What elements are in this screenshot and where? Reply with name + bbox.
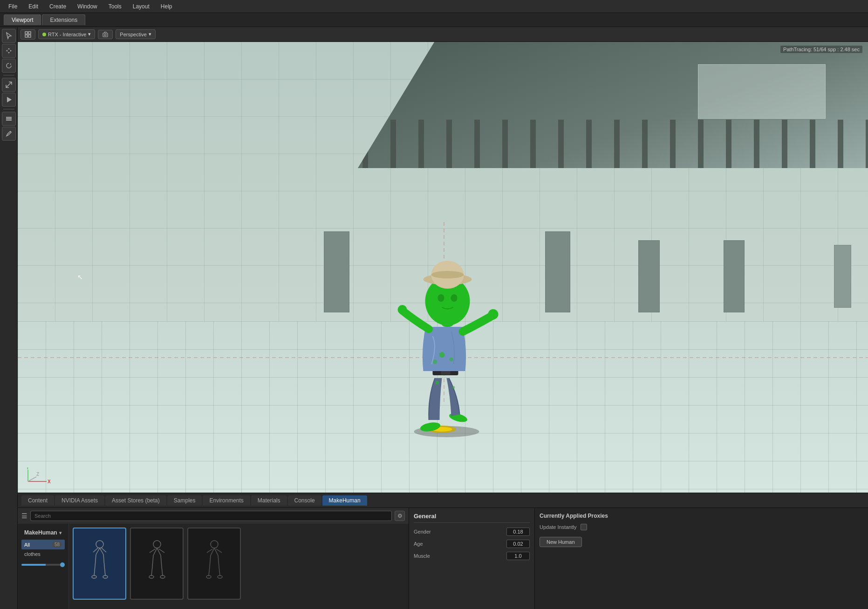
asset-toolbar: ☰ ⚙ xyxy=(18,508,409,524)
right-area: RTX - Interactive ▾ Perspective ▾ xyxy=(18,27,868,609)
tab-console[interactable]: Console xyxy=(288,495,321,506)
tab-viewport[interactable]: Viewport xyxy=(4,14,41,25)
gender-row: Gender 0.18 xyxy=(414,528,530,536)
tab-extensions[interactable]: Extensions xyxy=(42,14,85,25)
svg-line-43 xyxy=(93,548,98,552)
axes-indicator: X Y Z xyxy=(23,467,51,487)
svg-point-28 xyxy=(439,352,444,358)
svg-point-27 xyxy=(431,271,464,278)
svg-line-55 xyxy=(159,549,164,553)
door-3 xyxy=(638,240,660,312)
age-value[interactable]: 0.02 xyxy=(506,540,530,548)
camera-icon-btn[interactable] xyxy=(98,30,113,39)
muscle-value[interactable]: 1.0 xyxy=(506,552,530,560)
svg-text:Y: Y xyxy=(26,467,29,470)
renderer-status-dot xyxy=(42,33,46,36)
svg-line-37 xyxy=(28,477,36,481)
tab-content[interactable]: Content xyxy=(21,495,54,506)
svg-point-20 xyxy=(397,305,407,314)
svg-line-45 xyxy=(95,555,96,566)
svg-line-68 xyxy=(218,555,219,567)
scale-tool-btn[interactable] xyxy=(2,78,16,92)
cursor: ↖ xyxy=(77,273,85,281)
update-instantly-checkbox[interactable] xyxy=(581,524,587,530)
viewport-toolbar: RTX - Interactive ▾ Perspective ▾ xyxy=(18,27,868,42)
svg-rect-7 xyxy=(28,35,31,37)
svg-point-29 xyxy=(449,358,453,361)
svg-point-40 xyxy=(96,541,103,548)
search-input[interactable] xyxy=(30,511,392,521)
dropdown-arrow[interactable]: ▾ xyxy=(59,530,62,535)
play-btn[interactable] xyxy=(2,93,16,107)
door-5 xyxy=(834,245,851,308)
svg-text:X: X xyxy=(48,479,51,484)
menu-window[interactable]: Window xyxy=(73,2,102,11)
svg-line-54 xyxy=(150,549,155,553)
svg-line-47 xyxy=(94,566,95,575)
muscle-label: Muscle xyxy=(414,553,430,559)
move-tool-btn[interactable] xyxy=(2,44,16,58)
new-human-button[interactable]: New Human xyxy=(540,537,582,547)
menu-edit[interactable]: Edit xyxy=(24,2,43,11)
category-clothes[interactable]: clothes xyxy=(21,549,65,559)
category-all[interactable]: All 58 xyxy=(21,540,65,549)
camera-chevron: ▾ xyxy=(149,31,151,37)
select-tool-btn[interactable] xyxy=(2,29,16,43)
hamburger-icon[interactable]: ☰ xyxy=(21,512,27,520)
asset-browser: ☰ ⚙ MakeHuman ▾ All 58 xyxy=(18,508,409,609)
svg-rect-8 xyxy=(103,33,108,37)
viewport-layout-btn[interactable] xyxy=(21,29,35,40)
menu-tools[interactable]: Tools xyxy=(104,2,126,11)
svg-line-56 xyxy=(152,555,153,567)
menu-layout[interactable]: Layout xyxy=(128,2,154,11)
left-toolbar xyxy=(0,27,18,609)
tab-samples[interactable]: Samples xyxy=(167,495,202,506)
bottom-content: ☰ ⚙ MakeHuman ▾ All 58 xyxy=(18,508,868,609)
sim-tool-btn[interactable] xyxy=(2,112,16,126)
clothes-slider-thumb[interactable] xyxy=(60,562,65,567)
age-row: Age 0.02 xyxy=(414,540,530,548)
asset-browser-main: MakeHuman ▾ All 58 clothes xyxy=(18,524,409,609)
asset-item-1[interactable] xyxy=(73,528,126,600)
tab-environments[interactable]: Environments xyxy=(203,495,250,506)
svg-point-50 xyxy=(103,575,108,578)
svg-text:Z: Z xyxy=(36,472,39,477)
svg-rect-1 xyxy=(6,117,12,118)
menu-help[interactable]: Help xyxy=(156,2,177,11)
rotate-tool-btn[interactable] xyxy=(2,59,16,73)
svg-line-59 xyxy=(162,567,163,576)
svg-line-70 xyxy=(219,567,220,576)
tab-nvidia-assets[interactable]: NVIDIA Assets xyxy=(55,495,104,506)
tab-materials[interactable]: Materials xyxy=(251,495,287,506)
svg-line-65 xyxy=(207,549,212,553)
general-title: General xyxy=(414,513,530,523)
asset-item-2[interactable] xyxy=(130,528,184,600)
renderer-chevron: ▾ xyxy=(88,31,91,37)
bottom-panel: Content NVIDIA Assets Asset Stores (beta… xyxy=(18,493,868,609)
camera-perspective-btn[interactable]: Perspective ▾ xyxy=(116,29,155,39)
svg-point-32 xyxy=(452,386,455,389)
svg-point-23 xyxy=(437,294,444,302)
door-4 xyxy=(724,240,745,312)
svg-point-24 xyxy=(451,294,457,302)
age-label: Age xyxy=(414,541,423,547)
menu-file[interactable]: File xyxy=(4,2,22,11)
svg-rect-4 xyxy=(25,32,27,34)
camera-label: Perspective xyxy=(120,32,146,37)
tab-makehuman[interactable]: MakeHuman xyxy=(322,495,367,506)
svg-line-57 xyxy=(161,555,162,567)
svg-point-49 xyxy=(92,575,96,578)
renderer-label: RTX - Interactive xyxy=(48,32,86,37)
draw-tool-btn[interactable] xyxy=(2,127,16,141)
tab-asset-stores[interactable]: Asset Stores (beta) xyxy=(105,495,166,506)
menu-create[interactable]: Create xyxy=(45,2,71,11)
renderer-btn[interactable]: RTX - Interactive ▾ xyxy=(38,29,95,39)
svg-point-62 xyxy=(211,541,218,548)
viewport-canvas[interactable]: PathTracing: 51/64 spp : 2.48 sec X Y Z … xyxy=(18,42,868,493)
asset-item-3[interactable] xyxy=(187,528,241,600)
settings-btn[interactable]: ⚙ xyxy=(395,511,405,521)
gender-value[interactable]: 0.18 xyxy=(506,528,530,536)
separator-2 xyxy=(3,109,14,109)
makehuman-header: MakeHuman ▾ xyxy=(21,528,65,540)
svg-line-46 xyxy=(103,555,104,566)
